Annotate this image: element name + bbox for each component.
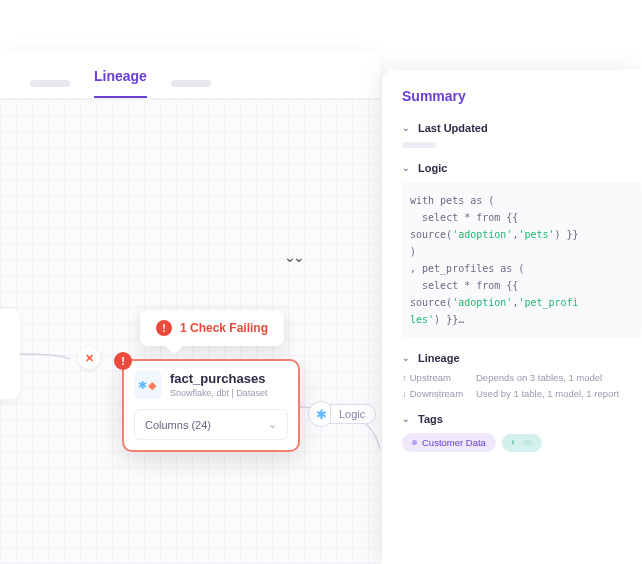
panel-title: Summary — [402, 88, 622, 104]
upstream-node-stub[interactable] — [0, 309, 20, 399]
logic-node-badge[interactable]: ✱ Logic — [308, 401, 376, 427]
alert-icon: ! — [156, 320, 172, 336]
lineage-main-panel: Lineage ✕ ⌄⌄ ! 1 Check Failing ! ✱◆ fact… — [0, 50, 380, 564]
section-logic: ⌄ Logic with pets as ( select * from {{ … — [402, 162, 622, 338]
snowflake-dbt-icon: ✱◆ — [134, 371, 162, 399]
tab-placeholder[interactable] — [30, 80, 70, 87]
section-last-updated: ⌄ Last Updated — [402, 122, 622, 148]
section-header-tags[interactable]: ⌄ Tags — [402, 413, 622, 425]
svg-text:◆: ◆ — [148, 379, 157, 391]
sql-logic-code[interactable]: with pets as ( select * from {{ source('… — [402, 182, 642, 338]
close-icon[interactable]: ✕ — [78, 347, 100, 369]
columns-expand-row[interactable]: Columns (24) ⌄ — [134, 409, 288, 440]
lineage-canvas[interactable]: ✕ ⌄⌄ ! 1 Check Failing ! ✱◆ fact_purchas… — [0, 99, 380, 564]
columns-label: Columns (24) — [145, 419, 211, 431]
chevron-down-icon: ⌄ — [402, 163, 410, 173]
tab-placeholder[interactable] — [171, 80, 211, 87]
chevron-down-icon: ⌄ — [402, 414, 410, 424]
node-subtitle: Snowflake, dbt | Dataset — [170, 388, 267, 398]
node-header: ✱◆ fact_purchases Snowflake, dbt | Datas… — [134, 371, 288, 399]
chevron-down-icon: ⌄ — [402, 123, 410, 133]
lineage-downstream-row[interactable]: ↓Downstream Used by 1 table, 1 model, 1 … — [402, 388, 622, 399]
svg-text:✱: ✱ — [138, 379, 147, 391]
summary-side-panel: Summary ⌄ Last Updated ⌄ Logic with pets… — [382, 70, 642, 564]
chevron-down-icon: ⌄ — [268, 418, 277, 431]
section-tags: ⌄ Tags Customer Data — [402, 413, 622, 452]
tag-chips: Customer Data — [402, 433, 622, 452]
tab-lineage[interactable]: Lineage — [94, 68, 147, 98]
check-failing-tooltip[interactable]: ! 1 Check Failing — [140, 310, 284, 346]
arrow-down-icon: ↓ — [402, 388, 407, 399]
lineage-upstream-row[interactable]: ↑Upstream Depends on 3 tables, 1 model — [402, 372, 622, 383]
section-header-lineage[interactable]: ⌄ Lineage — [402, 352, 622, 364]
collapse-chevrons-icon[interactable]: ⌄⌄ — [284, 249, 302, 265]
section-header-last-updated[interactable]: ⌄ Last Updated — [402, 122, 622, 134]
tag-chip-customer-data[interactable]: Customer Data — [402, 433, 496, 452]
node-title: fact_purchases — [170, 371, 267, 386]
arrow-up-icon: ↑ — [402, 372, 407, 383]
logic-badge-label: Logic — [330, 404, 376, 424]
section-lineage: ⌄ Lineage ↑Upstream Depends on 3 tables,… — [402, 352, 622, 399]
dataset-node-card[interactable]: ✱◆ fact_purchases Snowflake, dbt | Datas… — [122, 359, 300, 452]
chevron-down-icon: ⌄ — [402, 353, 410, 363]
section-header-logic[interactable]: ⌄ Logic — [402, 162, 622, 174]
tag-chip-placeholder[interactable] — [502, 434, 542, 452]
tab-bar: Lineage — [0, 50, 380, 99]
check-failing-text: 1 Check Failing — [180, 321, 268, 335]
node-alert-badge[interactable]: ! — [114, 352, 132, 370]
placeholder-value — [402, 142, 436, 148]
